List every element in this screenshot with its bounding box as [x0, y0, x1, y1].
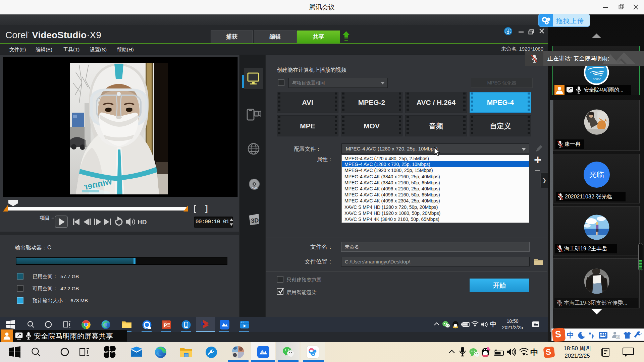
svg-text:3D: 3D [251, 217, 259, 224]
svg-text:DVD: DVD [252, 187, 257, 190]
svg-text:CORDC: CORDC [593, 78, 601, 80]
svg-text:P: P [164, 322, 167, 328]
svg-text:HD: HD [138, 219, 147, 226]
